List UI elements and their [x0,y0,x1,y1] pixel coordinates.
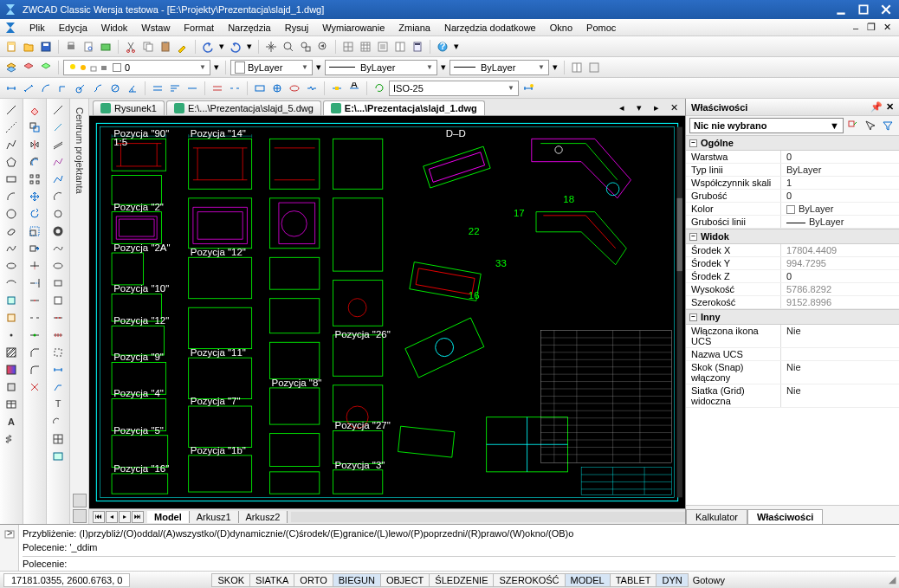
prop-row[interactable]: Wysokość5786.8292 [686,283,899,296]
prop-value[interactable]: 0 [781,151,899,163]
dim-quick-button[interactable] [150,81,165,96]
prop-value[interactable]: Nie [781,325,899,347]
lineweight-combo[interactable]: ByLayer ▼ [450,60,549,75]
calc-button[interactable] [410,39,425,55]
gradient-tool[interactable] [3,362,20,378]
menu-zmiana[interactable]: Zmiana [391,21,437,35]
help-button[interactable]: ? [435,39,450,55]
prop-value[interactable]: 5786.8292 [781,283,899,295]
prop-row[interactable]: Grubości liniiByLayer [686,216,899,229]
command-input[interactable] [70,559,896,569]
dim-diameter-button[interactable] [107,81,123,96]
print-button[interactable] [63,39,79,55]
color-drop-button[interactable]: ▾ [314,60,323,75]
erase-tool[interactable] [26,102,43,118]
window-close-button[interactable] [876,3,896,16]
rotate-tool[interactable] [26,206,43,222]
dim-inspect-button[interactable] [287,81,302,96]
window-minimize-button[interactable] [831,3,850,16]
explode-tool[interactable] [26,379,43,395]
ex-text[interactable]: T [49,397,67,412]
ex-poly[interactable] [49,154,67,170]
prop-group[interactable]: −Inny [686,309,899,325]
grid-tool-button[interactable] [340,39,356,55]
ex-dim[interactable] [49,362,67,378]
layout-tab-model[interactable]: Model [147,511,190,523]
linetype-combo[interactable]: ByLayer ▼ [325,60,437,75]
redo-button[interactable] [228,39,243,55]
dim-break-button[interactable] [227,81,243,96]
trim-tool[interactable] [26,258,43,274]
stretch-tool[interactable] [26,241,43,256]
join-tool[interactable] [26,327,43,343]
layer-combo[interactable]: 0 ▼ [63,60,210,75]
menu-rysuj[interactable]: Rysuj [278,21,316,35]
print-preview-button[interactable] [81,39,96,55]
status-siatka[interactable]: SIATKA [249,573,294,587]
array-tool[interactable] [26,171,43,187]
ex-bound[interactable] [49,345,67,360]
helix-tool[interactable] [3,431,20,447]
prop-value[interactable]: 9152.8996 [781,296,899,308]
filter-button[interactable] [880,118,896,133]
quick-select-button[interactable] [845,118,861,133]
dim-linear-button[interactable] [3,81,19,96]
command-text[interactable]: Przybliżenie: (I)przybliż/(O)oddal/(A)ws… [19,525,899,571]
layer-drop-button[interactable]: ▾ [212,60,221,75]
window-maximize-button[interactable] [854,3,873,16]
mdi-minimize-button[interactable]: – [849,22,863,34]
paste-button[interactable] [158,39,173,55]
menu-okno[interactable]: Okno [543,21,579,35]
drawing-canvas[interactable]: Pozycja "90" Pozycja "2" Pozycja "2A" Po… [89,116,685,508]
hatch-tool[interactable] [3,345,20,360]
status-skok[interactable]: SKOK [211,573,250,587]
selection-combo[interactable]: Nic nie wybrano ▼ [689,118,844,133]
layer-manager-button[interactable] [3,60,19,75]
ex-mline[interactable] [49,137,67,152]
dim-arc-button[interactable] [38,81,54,96]
linetype-drop-button[interactable]: ▾ [439,60,448,75]
cut-button[interactable] [123,39,139,55]
dimstyle-manager-button[interactable] [521,81,536,96]
zoom-realtime-button[interactable] [281,39,296,55]
ex-arc[interactable] [49,189,67,204]
match-prop-button[interactable] [175,39,191,55]
prop-row[interactable]: Środek Z0 [686,270,899,283]
props-button[interactable] [392,39,408,55]
ex-ray[interactable] [49,120,67,135]
layout-next-button[interactable]: ▸ [119,511,131,523]
dim-angular-button[interactable] [125,81,140,96]
ex-image[interactable] [49,449,67,464]
undo-drop-button[interactable]: ▾ [217,39,226,55]
mdi-restore-button[interactable]: ❐ [864,22,878,34]
menu-widok[interactable]: Widok [94,21,135,35]
ex-wipeout[interactable] [49,293,67,308]
circle-tool[interactable] [3,206,20,222]
spline-tool[interactable] [3,241,20,256]
prop-row[interactable]: Warstwa0 [686,151,899,164]
ex-3dpoly[interactable] [49,171,67,187]
menu-edycja[interactable]: Edycja [52,21,94,35]
status-dyn[interactable]: DYN [656,573,688,587]
prop-row[interactable]: Siatka (Grid) widocznaNie [686,384,899,408]
make-block-tool[interactable] [3,310,20,326]
layer-prev-button[interactable] [38,60,54,75]
doc-tab-1[interactable]: E:\...\Prezentacja\slajd_5.dwg [166,100,321,115]
tab-prev-button[interactable]: ◂ [614,100,630,115]
menu-pomoc[interactable]: Pomoc [579,21,623,35]
move-tool[interactable] [26,189,43,204]
zoom-window-button[interactable] [298,39,314,55]
dim-ordinate-button[interactable] [55,81,71,96]
doc-tab-0[interactable]: Rysunek1 [93,100,165,115]
chamfer-tool[interactable] [26,345,43,360]
mirror-tool[interactable] [26,137,43,152]
rectangle-tool[interactable] [3,171,20,187]
dim-jog-button[interactable] [304,81,320,96]
zoom-prev-button[interactable] [315,39,331,55]
prop-row[interactable]: Współczynnik skali1 [686,177,899,190]
copy-tool[interactable] [26,120,43,135]
region-tool[interactable] [3,379,20,395]
insert-block-tool[interactable] [3,293,20,308]
prop-row[interactable]: Szerokość9152.8996 [686,296,899,309]
dimstyle-combo[interactable]: ISO-25 ▼ [389,81,519,96]
